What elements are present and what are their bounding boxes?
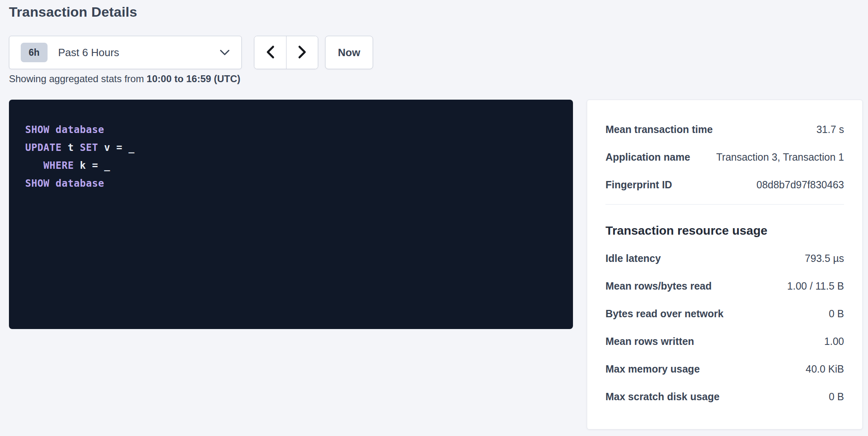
time-range-stepper — [254, 36, 318, 69]
now-button[interactable]: Now — [325, 36, 373, 69]
page-title: Transaction Details — [9, 4, 137, 20]
sql-text — [50, 124, 56, 135]
stat-value: 08d8b7d97f830463 — [756, 176, 844, 194]
stat-value: 0 B — [829, 305, 844, 323]
sql-text: t — [62, 142, 80, 153]
sql-keyword: database — [56, 178, 104, 189]
stat-value: Transaction 3, Transaction 1 — [716, 148, 844, 166]
sql-text: v = _ — [98, 142, 135, 153]
stat-row: Max scratch disk usage0 B — [605, 388, 844, 405]
sql-text: k = _ — [74, 160, 111, 171]
stat-row: Bytes read over network0 B — [605, 305, 844, 323]
time-range-label: Past 6 Hours — [58, 46, 119, 59]
aggregated-stats-prefix: Showing aggregated stats from — [9, 73, 147, 84]
stat-label: Application name — [605, 148, 690, 166]
sql-line: WHERE k = _ — [25, 157, 557, 174]
stat-value: 0 B — [829, 388, 844, 405]
sql-keyword: database — [56, 124, 104, 135]
sql-keyword: WHERE — [43, 160, 74, 171]
transaction-stats-card: Mean transaction time31.7 sApplication n… — [587, 100, 863, 429]
summary-stats: Mean transaction time31.7 sApplication n… — [605, 120, 844, 194]
resource-stats: Idle latency793.5 µsMean rows/bytes read… — [605, 249, 844, 405]
sql-text — [50, 178, 56, 189]
sql-text — [25, 160, 43, 171]
stat-row: Mean transaction time31.7 s — [605, 120, 844, 138]
previous-time-range-button[interactable] — [254, 36, 286, 69]
stat-row: Mean rows written1.00 — [605, 332, 844, 350]
chevron-left-icon — [265, 45, 275, 60]
chevron-down-icon — [219, 49, 230, 56]
stat-row: Fingerprint ID08d8b7d97f830463 — [605, 176, 844, 194]
sql-keyword: UPDATE — [25, 142, 62, 153]
stat-label: Max memory usage — [605, 360, 700, 378]
stat-label: Mean rows/bytes read — [605, 277, 712, 295]
stat-label: Bytes read over network — [605, 305, 723, 323]
transaction-sql-statements: SHOW databaseUPDATE t SET v = _ WHERE k … — [9, 100, 573, 329]
stat-row: Max memory usage40.0 KiB — [605, 360, 844, 378]
sql-keyword: SET — [80, 142, 98, 153]
aggregated-stats-range: 10:00 to 16:59 (UTC) — [147, 73, 241, 84]
stat-value: 1.00 / 11.5 B — [787, 277, 844, 295]
stat-row: Idle latency793.5 µs — [605, 249, 844, 267]
sql-line: UPDATE t SET v = _ — [25, 139, 557, 157]
resource-usage-heading: Transaction resource usage — [605, 222, 844, 239]
stat-label: Idle latency — [605, 249, 661, 267]
sql-keyword: SHOW — [25, 178, 50, 189]
card-divider — [605, 204, 844, 205]
aggregated-stats-summary: Showing aggregated stats from 10:00 to 1… — [9, 73, 241, 85]
stat-label: Mean transaction time — [605, 120, 713, 138]
time-range-dropdown[interactable]: 6h Past 6 Hours — [9, 36, 242, 69]
sql-keyword: SHOW — [25, 124, 50, 135]
next-time-range-button[interactable] — [286, 36, 318, 69]
time-range-badge: 6h — [21, 43, 48, 62]
stat-value: 31.7 s — [816, 120, 844, 138]
stat-value: 793.5 µs — [805, 249, 844, 267]
stat-row: Mean rows/bytes read1.00 / 11.5 B — [605, 277, 844, 295]
sql-line: SHOW database — [25, 174, 557, 192]
sql-line: SHOW database — [25, 121, 557, 139]
chevron-right-icon — [297, 45, 307, 60]
stat-row: Application nameTransaction 3, Transacti… — [605, 148, 844, 166]
stat-label: Fingerprint ID — [605, 176, 672, 194]
stat-value: 40.0 KiB — [805, 360, 844, 378]
stat-label: Max scratch disk usage — [605, 388, 720, 405]
stat-value: 1.00 — [824, 332, 844, 350]
stat-label: Mean rows written — [605, 332, 694, 350]
